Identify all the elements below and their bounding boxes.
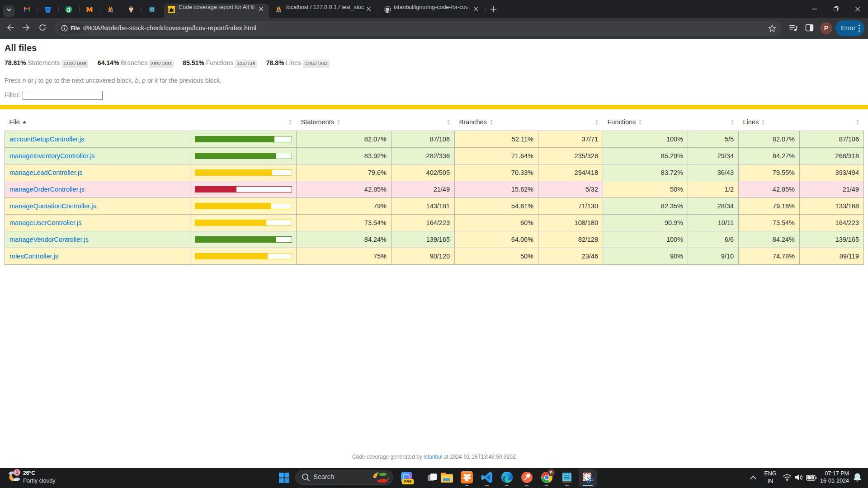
svg-text:PMA: PMA — [277, 11, 280, 13]
svg-text:PMA: PMA — [108, 11, 112, 13]
